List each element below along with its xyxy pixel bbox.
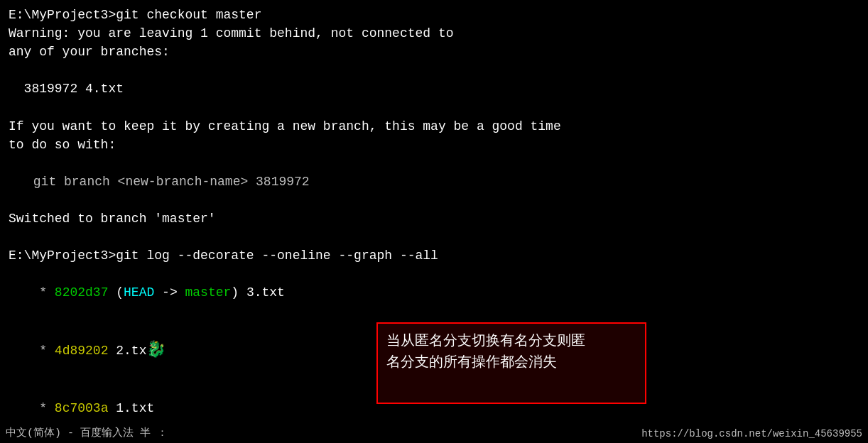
log-arrow-1: -> <box>154 285 185 300</box>
log-hash-2: 4d89202 <box>55 344 109 358</box>
emoji-icon: 🐉 <box>146 341 166 359</box>
log-file-1: ) 3.txt <box>231 285 285 300</box>
terminal-window: E:\MyProject3>git checkout master Warnin… <box>0 0 868 443</box>
switched-line: Switched to branch 'master' <box>9 209 859 228</box>
blank-line-5 <box>9 228 859 246</box>
blank-line-4 <box>9 191 859 209</box>
keep-line-2: to do so with: <box>9 136 859 154</box>
annotation-text: 当从匿名分支切换有名分支则匿名分支的所有操作都会消失 <box>386 332 585 369</box>
log-head-1: HEAD <box>124 285 154 300</box>
log-star-1: * <box>39 285 55 300</box>
git-branch-cmd: git branch <new-branch-name> 3819972 <box>9 173 859 191</box>
url-label: https://blog.csdn.net/weixin_45639955 <box>641 427 862 441</box>
commit-line: 3819972 4.txt <box>9 80 859 98</box>
log-ref-1: ( <box>108 285 124 300</box>
annotation-box: 当从匿名分支切换有名分支则匿名分支的所有操作都会消失 <box>376 322 646 404</box>
log-hash-1: 8202d37 <box>55 285 109 300</box>
warning-line-1: Warning: you are leaving 1 commit behind… <box>9 24 859 43</box>
keep-line-1: If you want to keep it by creating a new… <box>9 117 859 136</box>
log-file-3: 1.txt <box>108 401 154 415</box>
blank-line-3 <box>9 154 859 173</box>
log-entry-1: * 8202d37 (HEAD -> master) 3.txt <box>9 265 859 320</box>
bottom-bar: 中文(简体) - 百度输入法 半 ： https://blog.csdn.net… <box>0 425 868 443</box>
log-file-2: 2.tx <box>108 344 146 358</box>
ime-label: 中文(简体) - 百度输入法 半 ： <box>6 426 168 442</box>
cmd-line-1: E:\MyProject3>git checkout master <box>9 6 859 24</box>
log-star-2: * <box>39 344 55 358</box>
blank-line-2 <box>9 98 859 116</box>
log-hash-3: 8c7003a <box>55 401 109 415</box>
log-master-1: master <box>185 285 232 300</box>
blank-line-1 <box>9 61 859 80</box>
warning-line-2: any of your branches: <box>9 43 859 61</box>
cmd-line-2: E:\MyProject3>git log --decorate --oneli… <box>9 246 859 265</box>
log-star-3: * <box>39 401 55 415</box>
